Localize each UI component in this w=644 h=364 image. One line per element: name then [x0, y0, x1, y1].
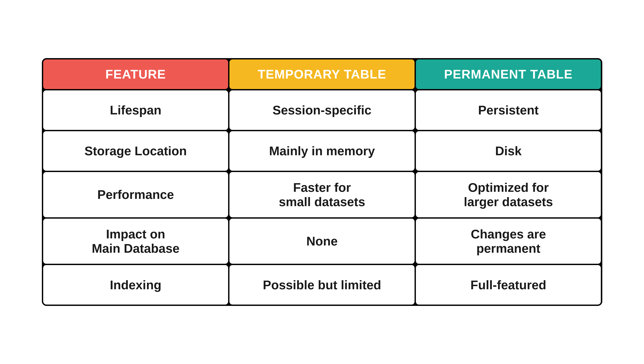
- permanent-value: Persistent: [416, 90, 601, 130]
- table-row: Lifespan Session-specific Persistent: [43, 90, 601, 130]
- feature-label: Performance: [43, 172, 228, 217]
- temporary-value: Faster for small datasets: [230, 172, 414, 217]
- header-permanent-table: PERMANENT TABLE: [416, 60, 601, 89]
- permanent-value: Optimized for larger datasets: [416, 172, 601, 217]
- feature-label: Lifespan: [43, 90, 228, 130]
- permanent-value: Full-featured: [416, 265, 601, 304]
- header-feature: FEATURE: [43, 60, 228, 89]
- temporary-value: None: [230, 219, 414, 264]
- table-row: Performance Faster for small datasets Op…: [43, 172, 601, 217]
- permanent-value: Disk: [416, 131, 601, 171]
- comparison-table: FEATURE TEMPORARY TABLE PERMANENT TABLE …: [42, 58, 602, 306]
- feature-label: Impact on Main Database: [43, 219, 228, 264]
- table-header-row: FEATURE TEMPORARY TABLE PERMANENT TABLE: [43, 60, 601, 89]
- header-temporary-table: TEMPORARY TABLE: [230, 60, 414, 89]
- table-row: Impact on Main Database None Changes are…: [43, 219, 601, 264]
- feature-label: Indexing: [43, 265, 228, 304]
- feature-label: Storage Location: [43, 131, 228, 171]
- table-row: Storage Location Mainly in memory Disk: [43, 131, 601, 171]
- table-row: Indexing Possible but limited Full-featu…: [43, 265, 601, 304]
- temporary-value: Mainly in memory: [230, 131, 414, 171]
- permanent-value: Changes are permanent: [416, 219, 601, 264]
- temporary-value: Possible but limited: [230, 265, 414, 304]
- temporary-value: Session-specific: [230, 90, 414, 130]
